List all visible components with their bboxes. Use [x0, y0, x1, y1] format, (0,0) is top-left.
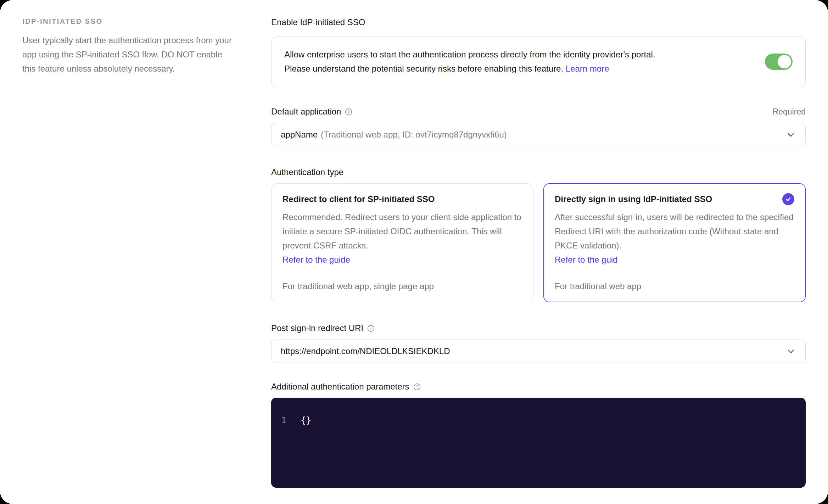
- refer-to-guide-link[interactable]: Refer to the guid: [555, 253, 794, 267]
- section-title: IDP-INITIATED SSO: [22, 17, 235, 26]
- default-application-label: Default application: [271, 106, 352, 117]
- info-icon[interactable]: [413, 383, 421, 391]
- additional-parameters-label: Additional authentication parameters: [271, 381, 806, 392]
- auth-type-option-idp-initiated[interactable]: Directly sign in using IdP-initiated SSO…: [543, 183, 806, 302]
- required-tag: Required: [773, 107, 806, 117]
- selected-check-icon: [782, 193, 794, 205]
- authentication-type-label: Authentication type: [271, 167, 806, 178]
- redirect-uri-label: Post sign-in redirect URI: [271, 323, 806, 334]
- enable-sso-card: Allow enterprise users to start the auth…: [271, 36, 806, 87]
- chevron-down-icon: [785, 129, 796, 140]
- enable-sso-toggle[interactable]: [765, 54, 793, 70]
- chevron-down-icon: [785, 346, 796, 357]
- authentication-type-options: Redirect to client for SP-initiated SSO …: [271, 183, 806, 302]
- redirect-uri-value: https://endpoint.com/NDIEOLDLKSIEKDKLD: [281, 346, 450, 356]
- redirect-uri-select[interactable]: https://endpoint.com/NDIEOLDLKSIEKDKLD: [271, 340, 806, 363]
- option-title-row: Directly sign in using IdP-initiated SSO: [555, 193, 794, 205]
- default-application-select[interactable]: appName(Traditional web app, ID: ovt7icy…: [271, 123, 806, 146]
- toggle-knob: [778, 55, 791, 68]
- info-icon[interactable]: [367, 325, 375, 332]
- default-application-label-row: Default application Required: [271, 106, 806, 117]
- option-description: After successful sign-in, users will be …: [555, 210, 794, 267]
- enable-sso-description: Allow enterprise users to start the auth…: [284, 47, 655, 76]
- enable-sso-label: Enable IdP-initiated SSO: [271, 17, 806, 28]
- option-footnote: For traditional web app: [555, 281, 794, 292]
- settings-form: Enable IdP-initiated SSO Allow enterpris…: [271, 17, 806, 488]
- info-icon[interactable]: [345, 108, 352, 116]
- code-content: {}: [301, 414, 311, 427]
- line-number: 1: [271, 414, 295, 427]
- option-title-row: Redirect to client for SP-initiated SSO: [282, 193, 522, 205]
- default-application-value: appName(Traditional web app, ID: ovt7icy…: [281, 130, 507, 140]
- idp-initiated-sso-settings-page: IDP-INITIATED SSO User typically start t…: [0, 0, 828, 504]
- refer-to-guide-link[interactable]: Refer to the guide: [282, 253, 522, 267]
- section-description: User typically start the authentication …: [22, 33, 235, 76]
- auth-type-option-sp-initiated[interactable]: Redirect to client for SP-initiated SSO …: [271, 183, 533, 302]
- option-footnote: For traditional web app, single page app: [282, 281, 522, 292]
- learn-more-link[interactable]: Learn more: [566, 64, 609, 73]
- code-line: 1 {}: [271, 414, 806, 427]
- auth-parameters-code-editor[interactable]: 1 {}: [271, 398, 806, 488]
- option-description: Recommended. Redirect users to your clie…: [282, 210, 522, 267]
- section-intro: IDP-INITIATED SSO User typically start t…: [22, 17, 235, 76]
